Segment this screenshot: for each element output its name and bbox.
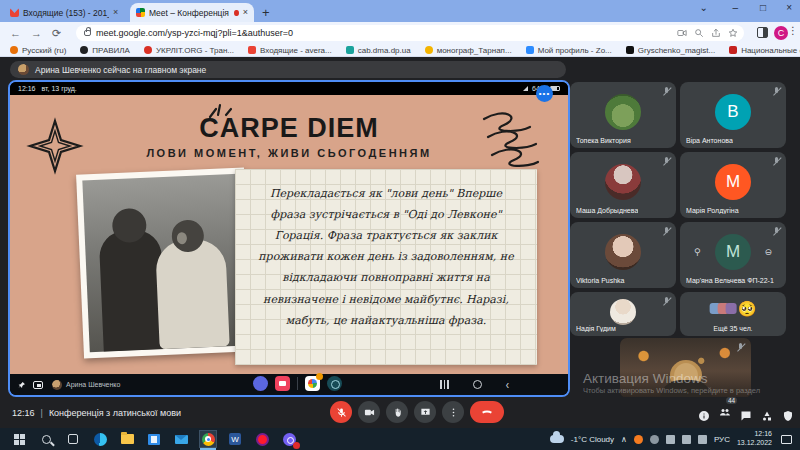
tab-title: Входящие (153) - 201_15@dmu...: [23, 8, 109, 18]
meet-panel-buttons: 44: [698, 404, 794, 422]
gmail-favicon-icon: [10, 8, 19, 17]
divider: |: [41, 408, 43, 418]
tray-app-icon[interactable]: [634, 435, 643, 444]
mic-muted-icon: [662, 227, 671, 236]
participant-tile[interactable]: M Марія Ролдугіна: [680, 152, 786, 218]
viber-icon[interactable]: [281, 431, 297, 447]
hidden-icons-chevron[interactable]: ∧: [621, 435, 627, 444]
participant-photo-avatar: [605, 234, 641, 270]
participant-tile[interactable]: ⚲ M ⊖ Мар'яна Вельчева ФП-22-1: [680, 222, 786, 288]
mail-icon[interactable]: [173, 431, 189, 447]
forward-button[interactable]: →: [31, 27, 42, 39]
raise-hand-button[interactable]: [386, 401, 408, 423]
language-indicator[interactable]: РУС: [714, 435, 730, 444]
activities-icon[interactable]: [761, 410, 773, 422]
tab-gmail[interactable]: Входящие (153) - 201_15@dmu... ×: [4, 3, 126, 22]
more-participants-label: Ещё 35 чел.: [713, 325, 752, 332]
mic-muted-icon: [772, 227, 781, 236]
info-icon[interactable]: [698, 410, 710, 422]
presenter-avatar: [52, 380, 62, 390]
browser-app-icon[interactable]: [253, 376, 268, 391]
profile-avatar[interactable]: С: [774, 26, 788, 40]
bookmark-item[interactable]: монограф_Тарнап...: [425, 46, 512, 55]
messages-app-icon[interactable]: [305, 376, 320, 391]
photo-figure-groom: [99, 229, 166, 352]
camera-app-icon[interactable]: [327, 376, 342, 391]
opera-icon[interactable]: [254, 431, 270, 447]
window-close-button[interactable]: ×: [786, 2, 792, 13]
new-tab-button[interactable]: +: [262, 5, 270, 20]
remove-participant-icon[interactable]: ⊖: [764, 247, 772, 257]
bookmark-item[interactable]: Входящие - avera...: [248, 46, 332, 55]
mic-muted-icon: [662, 297, 671, 306]
bookmark-item[interactable]: cab.dma.dp.ua: [346, 46, 411, 55]
chrome-taskbar-icon[interactable]: [200, 431, 216, 447]
window-minimize-button[interactable]: –: [732, 2, 738, 13]
bookmark-item[interactable]: УКРЛІТ.ORG - Тран...: [144, 46, 234, 55]
search-button[interactable]: [38, 431, 54, 447]
url-text[interactable]: meet.google.com/ysp-yzci-mqj?pli=1&authu…: [96, 28, 293, 38]
bookmark-star-icon[interactable]: [728, 28, 738, 38]
people-panel-button[interactable]: 44: [719, 404, 731, 422]
tray-app-icon[interactable]: [650, 435, 659, 444]
participant-tile[interactable]: Viktoria Pushka: [570, 222, 676, 288]
video-app-icon[interactable]: [275, 376, 290, 391]
participant-tile[interactable]: Маша Добрыднева: [570, 152, 676, 218]
tray-mic-icon[interactable]: [666, 435, 675, 444]
microsoft-store-icon[interactable]: [146, 431, 162, 447]
camera-toggle-button[interactable]: [358, 401, 380, 423]
mic-toggle-button[interactable]: [330, 401, 352, 423]
window-chevron-icon[interactable]: ⌄: [700, 2, 708, 13]
reload-button[interactable]: ⟳: [52, 27, 61, 40]
file-explorer-icon[interactable]: [119, 431, 135, 447]
start-button[interactable]: [11, 431, 27, 447]
word-icon[interactable]: W: [227, 431, 243, 447]
bookmark-item[interactable]: Мой профиль - Zo...: [526, 46, 612, 55]
tab-close-icon[interactable]: ×: [113, 8, 118, 17]
side-panel-icon[interactable]: [757, 27, 768, 38]
tray-network-icon[interactable]: [682, 435, 691, 444]
host-controls-icon[interactable]: [782, 410, 794, 422]
more-participants-tile[interactable]: 🥺 Ещё 35 чел.: [680, 292, 786, 336]
taskbar-clock[interactable]: 12:16 13.12.2022: [737, 430, 772, 448]
pin-participant-icon[interactable]: ⚲: [694, 247, 701, 257]
share-icon[interactable]: [711, 28, 721, 38]
back-button[interactable]: ←: [10, 27, 21, 39]
tile-options-button[interactable]: •••: [536, 85, 553, 102]
window-maximize-button[interactable]: □: [760, 2, 766, 13]
home-button[interactable]: [473, 380, 482, 389]
end-call-button[interactable]: [470, 401, 504, 423]
presenting-banner: Арина Шевченко сейчас на главном экране: [10, 61, 566, 78]
task-view-button[interactable]: [65, 431, 81, 447]
edge-icon[interactable]: [92, 431, 108, 447]
camera-permission-icon[interactable]: [677, 28, 687, 38]
lock-icon: [84, 30, 91, 36]
bookmark-icon: [346, 46, 354, 54]
bookmark-item[interactable]: Русский (ru): [10, 46, 66, 55]
pip-icon[interactable]: [33, 381, 43, 389]
people-count-badge: 44: [726, 397, 737, 404]
participant-tile[interactable]: Надія Гудим: [570, 292, 676, 336]
bookmark-item[interactable]: Национальные ос...: [729, 46, 800, 55]
bookmark-item[interactable]: Gryschenko_magist...: [626, 46, 715, 55]
presentation-tile[interactable]: 12:16 вт, 13 груд. 64%: [8, 80, 570, 397]
back-button-android[interactable]: ‹: [506, 377, 509, 391]
tray-volume-muted-icon[interactable]: [698, 435, 707, 444]
chat-icon[interactable]: [740, 410, 752, 422]
action-center-icon[interactable]: [781, 435, 792, 444]
zoom-page-icon[interactable]: [694, 28, 704, 38]
slide-title: CARPE DIEM: [10, 113, 568, 144]
more-options-button[interactable]: [442, 401, 464, 423]
chrome-menu-icon[interactable]: ⋮: [788, 25, 798, 36]
participant-tile[interactable]: B Віра Антонова: [680, 82, 786, 148]
tab-close-icon[interactable]: ×: [243, 8, 248, 17]
present-screen-button[interactable]: [414, 401, 436, 423]
tab-meet[interactable]: Meet – Конференція з лати... ×: [130, 3, 254, 22]
participant-tile[interactable]: Топека Виктория: [570, 82, 676, 148]
address-bar[interactable]: meet.google.com/ysp-yzci-mqj?pli=1&authu…: [76, 25, 744, 41]
recents-button[interactable]: [440, 380, 449, 389]
pin-icon[interactable]: [18, 381, 26, 389]
weather-text[interactable]: -1°C Cloudy: [571, 435, 614, 444]
bookmark-item[interactable]: ПРАВИЛА: [80, 46, 130, 55]
participant-name: Віра Антонова: [686, 137, 733, 144]
